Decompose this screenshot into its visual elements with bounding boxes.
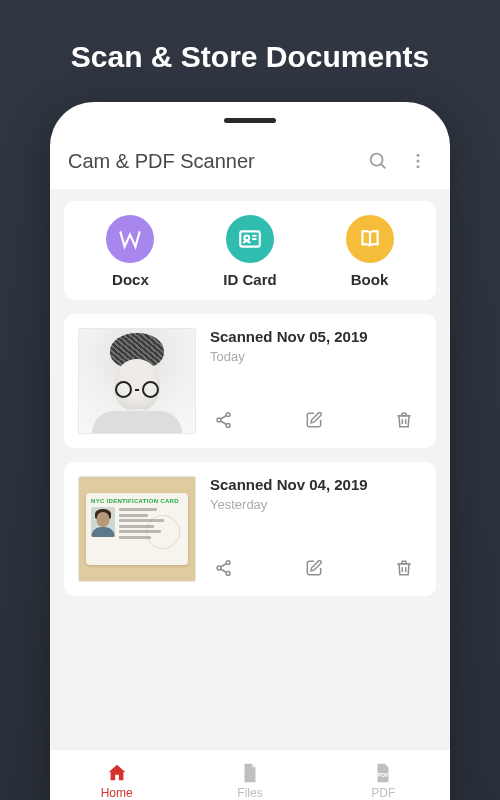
svg-point-2 — [417, 154, 420, 157]
idcard-icon — [226, 215, 274, 263]
book-icon — [346, 215, 394, 263]
tab-label: Home — [101, 786, 133, 800]
svg-line-1 — [381, 164, 385, 168]
search-icon — [367, 150, 389, 172]
scan-card[interactable]: Scanned Nov 05, 2019 Today — [64, 314, 436, 448]
svg-point-3 — [417, 160, 420, 163]
edit-icon — [304, 558, 324, 578]
svg-point-10 — [226, 413, 230, 417]
edit-icon — [304, 410, 324, 430]
file-icon — [239, 762, 261, 784]
svg-point-0 — [371, 154, 383, 166]
delete-button[interactable] — [390, 554, 418, 582]
search-button[interactable] — [364, 147, 392, 175]
svg-point-18 — [217, 566, 221, 570]
edit-button[interactable] — [300, 406, 328, 434]
categories-row: Docx ID Card Book — [64, 201, 436, 300]
category-label: Book — [351, 271, 389, 288]
edit-button[interactable] — [300, 554, 328, 582]
pdf-icon: PDF — [372, 762, 394, 784]
scan-title: Scanned Nov 05, 2019 — [210, 328, 422, 345]
scan-subtitle: Yesterday — [210, 497, 422, 512]
svg-text:PDF: PDF — [378, 771, 390, 777]
content-area: Docx ID Card Book — [50, 189, 450, 749]
tab-label: Files — [237, 786, 262, 800]
svg-line-13 — [221, 416, 227, 420]
svg-point-12 — [226, 424, 230, 428]
scan-card-body: Scanned Nov 05, 2019 Today — [210, 328, 422, 434]
appbar-title: Cam & PDF Scanner — [68, 150, 352, 173]
share-button[interactable] — [210, 554, 238, 582]
bottom-nav: Home Files PDF PDF — [50, 749, 450, 800]
scan-thumbnail: NYC IDENTIFICATION CARD — [78, 476, 196, 582]
app-bar: Cam & PDF Scanner — [50, 137, 450, 189]
delete-button[interactable] — [390, 406, 418, 434]
svg-point-4 — [417, 165, 420, 168]
page-title: Scan & Store Documents — [0, 0, 500, 102]
phone-notch — [224, 118, 276, 123]
svg-line-14 — [221, 421, 227, 425]
scan-actions — [210, 406, 422, 434]
category-book[interactable]: Book — [346, 215, 394, 288]
tab-label: PDF — [371, 786, 395, 800]
svg-line-20 — [221, 564, 227, 568]
trash-icon — [394, 410, 414, 430]
scan-card[interactable]: NYC IDENTIFICATION CARD — [64, 462, 436, 596]
idcard-header: NYC IDENTIFICATION CARD — [91, 498, 183, 504]
docx-icon — [106, 215, 154, 263]
scan-subtitle: Today — [210, 349, 422, 364]
tab-home[interactable]: Home — [50, 750, 183, 800]
home-icon — [106, 762, 128, 784]
category-docx[interactable]: Docx — [106, 215, 154, 288]
scan-title: Scanned Nov 04, 2019 — [210, 476, 422, 493]
tab-files[interactable]: Files — [183, 750, 316, 800]
phone-frame: Cam & PDF Scanner Docx ID Card — [50, 102, 450, 800]
category-idcard[interactable]: ID Card — [223, 215, 276, 288]
share-button[interactable] — [210, 406, 238, 434]
trash-icon — [394, 558, 414, 578]
svg-point-11 — [217, 418, 221, 422]
share-icon — [214, 410, 234, 430]
scan-actions — [210, 554, 422, 582]
svg-point-19 — [226, 572, 230, 576]
svg-point-6 — [244, 236, 249, 241]
svg-point-17 — [226, 561, 230, 565]
scan-card-body: Scanned Nov 04, 2019 Yesterday — [210, 476, 422, 582]
more-button[interactable] — [404, 147, 432, 175]
category-label: Docx — [112, 271, 149, 288]
more-vertical-icon — [408, 151, 428, 171]
category-label: ID Card — [223, 271, 276, 288]
share-icon — [214, 558, 234, 578]
tab-pdf[interactable]: PDF PDF — [317, 750, 450, 800]
scan-thumbnail — [78, 328, 196, 434]
svg-line-21 — [221, 569, 227, 573]
